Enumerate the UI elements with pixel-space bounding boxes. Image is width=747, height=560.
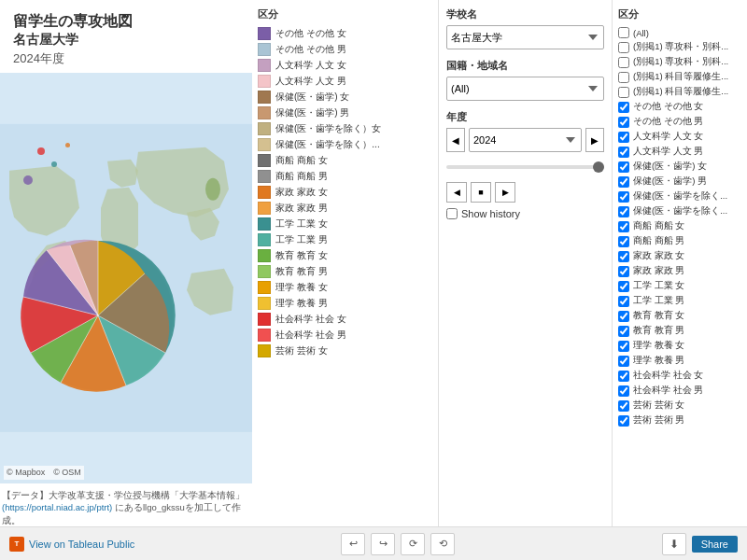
filter-item: 教育 教育 男 [618, 325, 741, 337]
filter-checkbox[interactable] [618, 415, 629, 427]
legend-color-swatch [258, 329, 271, 342]
filter-checkbox[interactable] [618, 281, 629, 292]
content-area: 留学生の専攻地図 名古屋大学 2024年度 [0, 0, 747, 526]
download-btn[interactable]: ⬇ [662, 533, 686, 555]
nav-undo-btn[interactable]: ↩ [341, 533, 365, 555]
legend-item-label: その他 その他 男 [275, 43, 346, 56]
svg-point-1 [205, 178, 220, 201]
filter-item: 保健(医・歯学を除く... [618, 205, 741, 217]
filter-checkbox[interactable] [618, 147, 629, 158]
filter-checkbox[interactable] [618, 311, 629, 322]
legend-item-label: 保健(医・歯学を除く）... [275, 138, 380, 151]
legend-color-swatch [258, 186, 271, 199]
bottom-right-btns: ⬇ Share [662, 533, 738, 555]
legend-item-label: 社会科学 社会 男 [275, 329, 346, 342]
legend-item: 芸術 芸術 女 [258, 344, 432, 357]
legend-item-label: その他 その他 女 [275, 27, 346, 40]
legend-item: 商船 商船 男 [258, 170, 432, 183]
legend-items-container: その他 その他 女 その他 その他 男 人文科学 人文 女 人文科学 人文 男 … [258, 27, 432, 357]
legend-color-swatch [258, 75, 271, 88]
play-prev-btn[interactable]: ◀ [446, 182, 467, 203]
filter-item-label: 保健(医・歯学) 男 [633, 175, 707, 188]
filter-item-label: 商船 商船 男 [633, 235, 684, 247]
filter-item-label: (All) [633, 28, 649, 38]
map-credit: © Mapbox © OSM [4, 466, 84, 480]
legend-color-swatch [258, 202, 271, 215]
filter-item: 芸術 芸術 男 [618, 414, 741, 427]
filter-item: 商船 商船 女 [618, 220, 741, 232]
filter-panel: 区分 (All) (別掲1) 専攻科・別科... (別掲1) 専攻科・別科...… [612, 0, 747, 526]
filter-checkbox[interactable] [618, 296, 629, 307]
filter-checkbox[interactable] [618, 371, 629, 382]
filter-item: 工学 工業 男 [618, 295, 741, 307]
filter-checkbox[interactable] [618, 400, 629, 412]
year-select[interactable]: 2020 2021 2022 2023 2024 [469, 128, 582, 152]
filter-checkbox[interactable] [618, 42, 629, 53]
filter-checkbox[interactable] [618, 87, 629, 98]
legend-item: 社会科学 社会 女 [258, 313, 432, 326]
show-history-checkbox[interactable] [446, 208, 458, 219]
filter-item-label: (別掲1) 科目等履修生... [633, 71, 728, 83]
filter-item: 理学 教養 男 [618, 355, 741, 367]
play-next-btn[interactable]: ▶ [495, 182, 515, 203]
filter-item: 芸術 芸術 女 [618, 399, 741, 412]
region-label: 国籍・地域名 [446, 59, 604, 73]
filter-item-label: 家政 家政 男 [633, 265, 684, 277]
filter-checkbox[interactable] [618, 102, 629, 113]
legend-color-swatch [258, 27, 271, 40]
filter-item-label: 芸術 芸術 男 [633, 414, 684, 427]
school-select[interactable]: 名古屋大学 [446, 25, 604, 49]
filter-checkbox[interactable] [618, 385, 629, 397]
filter-checkbox[interactable] [618, 251, 629, 262]
filter-checkbox[interactable] [618, 221, 629, 232]
year-slider[interactable] [446, 165, 604, 169]
tableau-link[interactable]: T View on Tableau Public [9, 537, 134, 552]
filter-item: 人文科学 人文 女 [618, 131, 741, 143]
legend-color-swatch [258, 170, 271, 183]
play-stop-btn[interactable]: ■ [471, 182, 491, 203]
nav-redo-btn[interactable]: ↪ [371, 533, 395, 555]
filter-checkbox[interactable] [618, 206, 629, 217]
legend-item-label: 工学 工業 男 [275, 233, 328, 246]
filter-item-label: 人文科学 人文 男 [633, 146, 703, 158]
filter-checkbox[interactable] [618, 27, 629, 38]
legend-item-label: 商船 商船 男 [275, 170, 328, 183]
share-btn[interactable]: Share [692, 536, 738, 553]
filter-checkbox[interactable] [618, 266, 629, 277]
main-container: 留学生の専攻地図 名古屋大学 2024年度 [0, 0, 747, 560]
filter-checkbox[interactable] [618, 57, 629, 68]
filter-checkbox[interactable] [618, 191, 629, 203]
legend-item: 工学 工業 男 [258, 233, 432, 246]
filter-checkbox[interactable] [618, 132, 629, 143]
legend-item-label: 商船 商船 女 [275, 154, 328, 167]
region-select[interactable]: (All) [446, 77, 604, 101]
filter-item-label: その他 その他 男 [633, 116, 703, 128]
filter-item-label: (別掲1) 科目等履修生... [633, 86, 728, 98]
legend-item-label: 芸術 芸術 女 [275, 344, 328, 357]
legend-color-swatch [258, 265, 271, 278]
show-history-label[interactable]: Show history [446, 208, 604, 219]
year-prev-btn[interactable]: ◀ [446, 128, 465, 152]
legend-color-swatch [258, 233, 271, 246]
left-panel: 留学生の専攻地図 名古屋大学 2024年度 [0, 0, 252, 526]
filter-checkbox[interactable] [618, 236, 629, 247]
filter-checkbox[interactable] [618, 161, 629, 173]
legend-item-label: 保健(医・歯学を除く）女 [275, 122, 381, 135]
legend-item-label: 保健(医・歯学) 男 [275, 106, 349, 119]
year-control-row: ◀ 2020 2021 2022 2023 2024 ▶ [446, 128, 604, 152]
legend-item-label: 社会科学 社会 女 [275, 313, 346, 326]
filter-checkbox[interactable] [618, 72, 629, 83]
filter-checkbox[interactable] [618, 356, 629, 367]
year-next-btn[interactable]: ▶ [585, 128, 604, 152]
filter-item: (別掲1) 専攻科・別科... [618, 56, 741, 68]
filter-checkbox[interactable] [618, 326, 629, 337]
filter-checkbox[interactable] [618, 341, 629, 352]
nav-back-btn[interactable]: ⟲ [430, 533, 455, 555]
filter-checkbox[interactable] [618, 117, 629, 128]
legend-item: 商船 商船 女 [258, 154, 432, 167]
nav-reset-btn[interactable]: ⟳ [401, 533, 425, 555]
legend-item-label: 理学 教養 女 [275, 281, 328, 294]
filter-checkbox[interactable] [618, 176, 629, 188]
data-note-link[interactable]: (https://portal.niad.ac.jp/ptrt) [2, 502, 112, 512]
filter-item-label: その他 その他 女 [633, 101, 703, 113]
